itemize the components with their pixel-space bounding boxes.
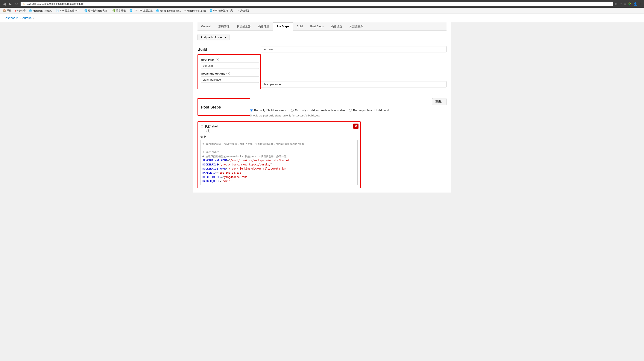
bookmark-icon: » — [238, 10, 239, 12]
bookmark-yuque[interactable]: 🌿 前言·语雀 — [111, 9, 127, 13]
page-header: Dashboard › eureka › — [0, 14, 644, 22]
bookmark-label: 9651哈利波特：魔... — [213, 9, 235, 12]
bookmark-gongzhonghao[interactable]: 📢 公众号 — [14, 9, 27, 13]
post-steps-highlight-box: Post Steps — [198, 98, 250, 116]
code-line-6: DOCKERFILE_HOME='/root/.jenkins/docker-f… — [202, 167, 356, 171]
back-button[interactable]: ◀ — [2, 1, 6, 7]
code-line-7: HARBOR_IP='192.168.18.230' — [202, 171, 356, 175]
bookmark-icon: 🌐 — [29, 9, 32, 12]
shell-block-title: 执行 shell — [205, 125, 218, 129]
radio-regardless[interactable]: Run regardless of build result — [349, 109, 390, 112]
tab-source[interactable]: 源码管理 — [215, 22, 233, 31]
bookmark-more[interactable]: » 其他书签 — [237, 9, 251, 13]
bookmark-k8s-nacos[interactable]: ∞ Kubernetes Nacos — [183, 9, 207, 13]
bookmark-label: 2201随堂笔记.txt -... — [60, 9, 81, 12]
tab-build-settings[interactable]: 构建设置 — [327, 22, 346, 31]
goals-options-field: Goals and options ? — [201, 72, 258, 83]
root-pom-label-text: Root POM — [201, 58, 214, 61]
bookmark-stateful[interactable]: 🌐 运行复制的有状态... — [83, 9, 110, 13]
share-icon[interactable]: ↗ — [619, 2, 622, 6]
bookmark-icon: 🌐 — [130, 9, 132, 12]
tab-presteps[interactable]: Pre Steps — [273, 22, 293, 31]
root-pom-help-icon[interactable]: ? — [216, 58, 219, 61]
bookmark-icon: 🌐 — [210, 9, 212, 12]
tab-build[interactable]: Build — [293, 22, 306, 31]
radio-regardless-label: Run regardless of build result — [353, 109, 390, 112]
goals-options-input[interactable] — [201, 77, 259, 83]
shell-block-header: ⠿ 执行 shell — [200, 124, 358, 129]
bookmark-monitor[interactable]: 🌐 2791728-直播监控 — [128, 9, 154, 13]
goals-options-full-input[interactable] — [261, 81, 446, 88]
code-content-area: # Jenkins机器：编译完成后，build生成一个新版本的镜像，push到远… — [200, 140, 358, 185]
main-content: General 源码管理 构建触发器 构建环境 Pre Steps Build … — [193, 22, 451, 193]
bookmark-label: 前言·语雀 — [116, 9, 126, 12]
bookmark-icon: 🏠 — [3, 9, 6, 12]
radio-success-only[interactable]: Run only if build succeeds — [250, 109, 286, 112]
tab-post-actions[interactable]: 构建后操作 — [346, 22, 367, 31]
shell-close-button[interactable]: ✕ — [353, 124, 358, 129]
add-pre-build-step-button[interactable]: Add pre-build step ▾ — [198, 34, 230, 40]
tabs-bar: General 源码管理 构建触发器 构建环境 Pre Steps Build … — [198, 22, 446, 31]
bookmark-label: Artifactory Featur... — [33, 10, 52, 12]
bookmark-harry[interactable]: 🌐 9651哈利波特：魔... — [208, 9, 236, 13]
radio-success-or-unstable-input[interactable] — [291, 109, 294, 112]
goals-options-label: Goals and options ? — [201, 72, 258, 75]
breadcrumb-dashboard[interactable]: Dashboard — [4, 16, 18, 20]
browser-action-icons: ⊞ ↗ ☆ 🧩 👤 ⋮ — [615, 2, 642, 6]
radio-regardless-input[interactable] — [349, 109, 352, 112]
forward-button[interactable]: ▶ — [8, 1, 12, 7]
root-pom-field: Root POM ? — [201, 58, 258, 69]
radio-success-or-unstable[interactable]: Run only if build succeeds or is unstabl… — [291, 109, 345, 112]
menu-icon[interactable]: ⋮ — [639, 2, 642, 6]
post-steps-title: Post Steps — [201, 105, 247, 110]
screenshot-icon[interactable]: ⊞ — [615, 2, 618, 6]
build-section: Build Root POM ? Goals and options ? — [198, 47, 446, 94]
bookmark-notes[interactable]: 📄 2201随堂笔记.txt -... — [55, 9, 82, 13]
full-pom-area — [261, 46, 446, 88]
drag-handle-icon[interactable]: ⠿ — [200, 124, 203, 129]
bookmark-label: nacos_naming_da... — [160, 10, 181, 12]
code-line-9: HARBOR_USER='admin' — [202, 179, 356, 183]
bookmark-label: Kubernetes Nacos — [187, 10, 206, 12]
url-text: 192.168.18.210:8080/jenkins/job/eureka/c… — [26, 2, 84, 5]
breadcrumb-eureka[interactable]: eureka — [22, 16, 32, 20]
bookmark-icon: 📢 — [15, 9, 18, 12]
post-steps-radio-area: Run only if build succeeds Run only if b… — [250, 109, 446, 117]
bookmark-icon: 📄 — [56, 9, 59, 12]
url-bar[interactable]: ⚠ 192.168.18.210:8080/jenkins/job/eureka… — [20, 2, 613, 6]
goals-options-label-text: Goals and options — [201, 72, 225, 75]
tab-env[interactable]: 构建环境 — [254, 22, 273, 31]
bookmark-label: 公众号 — [18, 9, 26, 12]
breadcrumb-sep2: › — [33, 17, 34, 20]
code-line-1: # Jenkins机器：编译完成后，build生成一个新版本的镜像，push到远… — [202, 142, 356, 146]
bookmark-icon: 🌐 — [156, 9, 159, 12]
code-line-4: JENKINS_WAR_HOME='/root/.jenkins/workspa… — [202, 159, 356, 163]
breadcrumb-sep1: › — [20, 17, 21, 20]
goals-options-help-icon[interactable]: ? — [226, 72, 230, 75]
advanced-button[interactable]: 高级... — [432, 98, 446, 105]
radio-success-or-unstable-label: Run only if build succeeds or is unstabl… — [295, 109, 345, 112]
bookmark-icon: 🌿 — [112, 9, 115, 12]
bookmark-artifactory[interactable]: 🌐 Artifactory Featur... — [28, 9, 54, 13]
tab-poststeps[interactable]: Post Steps — [306, 22, 327, 31]
root-pom-full-input[interactable] — [261, 46, 446, 53]
code-line-blank1 — [202, 146, 356, 150]
extensions-icon[interactable]: 🧩 — [628, 2, 632, 6]
shell-help-icon[interactable]: ? — [206, 129, 210, 133]
bookmark-icon: ∞ — [184, 10, 186, 12]
bookmark-label: 2791728-直播监控 — [133, 9, 153, 12]
profile-icon[interactable]: 👤 — [634, 2, 637, 6]
post-steps-section: Post Steps Run only if build succeeds Ru… — [198, 98, 446, 188]
post-steps-radio-group: Run only if build succeeds Run only if b… — [250, 109, 446, 112]
tab-general[interactable]: General — [198, 22, 215, 31]
radio-success-only-input[interactable] — [250, 109, 253, 112]
tab-trigger[interactable]: 构建触发器 — [233, 22, 254, 31]
refresh-button[interactable]: ↻ — [14, 1, 19, 7]
code-line-3: # 注意下面路径里的maven-docker就是jenkins项目的名称，必须一… — [202, 155, 356, 159]
star-icon[interactable]: ☆ — [624, 2, 626, 6]
shell-execution-area: ✕ ⠿ 执行 shell ? 命令 # Jenkins机器：编译完成后，buil… — [198, 121, 446, 188]
bookmark-nacos[interactable]: 🌐 nacos_naming_da... — [155, 9, 182, 13]
shell-execution-block: ✕ ⠿ 执行 shell ? 命令 # Jenkins机器：编译完成后，buil… — [198, 121, 361, 188]
root-pom-input[interactable] — [201, 63, 259, 69]
bookmark-qianfeng[interactable]: 🏠 千锋 — [2, 9, 13, 13]
